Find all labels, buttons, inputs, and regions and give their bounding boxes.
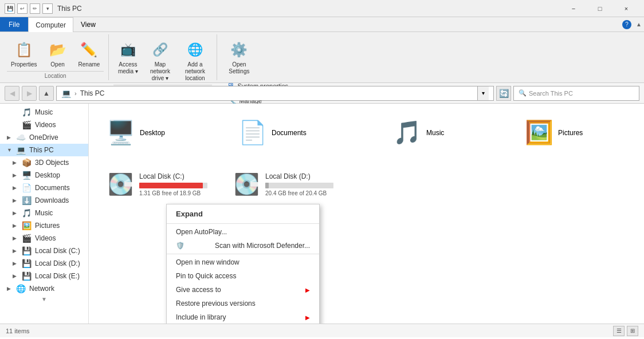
statusbar: 11 items ☰ ⊞	[0, 324, 644, 337]
dropdown-icon[interactable]: ▾	[42, 3, 53, 14]
documents-icon: 📄	[22, 183, 32, 192]
music-icon: 🎵	[22, 108, 32, 117]
ctx-include-library-arrow: ▶	[305, 314, 310, 321]
drive-d-bar-fill	[265, 183, 269, 188]
address-dropdown-button[interactable]: ▾	[477, 86, 489, 100]
ctx-expand[interactable]: Expand	[167, 206, 319, 222]
folder-desktop-label: Desktop	[140, 129, 165, 137]
tab-view[interactable]: View	[73, 17, 103, 31]
sidebar-label-network: Network	[29, 285, 54, 293]
maximize-button[interactable]: □	[587, 0, 613, 17]
drive-d-bar-bg	[265, 183, 333, 188]
ctx-include-library-label: Include in library	[176, 313, 226, 321]
folder-pictures[interactable]: 🖼️ Pictures	[519, 115, 610, 150]
ctx-give-access-arrow: ▶	[305, 287, 310, 293]
folder-music[interactable]: 🎵 Music	[387, 115, 478, 150]
drive-c-info: Local Disk (C:) 1.31 GB free of 18.9 GB	[139, 172, 207, 196]
forward-button[interactable]: ▶	[22, 86, 37, 101]
sidebar-label-this-pc: This PC	[29, 146, 54, 154]
ctx-scan-defender[interactable]: 🛡️ Scan with Microsoft Defender...	[167, 239, 319, 253]
sidebar-scroll-down[interactable]: ▼	[0, 295, 88, 303]
drive-d-info: Local Disk (D:) 20.4 GB free of 20.4 GB	[265, 172, 333, 196]
search-icon: 🔍	[519, 89, 527, 97]
sidebar-label-music2: Music	[35, 209, 53, 217]
arrow-icon: ▶	[13, 210, 18, 216]
grid-view-button[interactable]: ⊞	[627, 326, 638, 336]
folder-desktop[interactable]: 🖥️ Desktop	[100, 115, 192, 150]
sidebar-item-pictures[interactable]: ▶ 🖼️ Pictures	[0, 219, 88, 232]
ctx-expand-label: Expand	[176, 210, 203, 218]
network-group-items: 📺 Accessmedia ▾ 🔗 Map networkdrive ▾ 🌐 A…	[113, 34, 212, 85]
ctx-restore-previous[interactable]: Restore previous versions	[167, 297, 319, 310]
help-button[interactable]: ?	[622, 20, 631, 29]
context-menu: Expand Open AutoPlay... 🛡️ Scan with Mic…	[166, 204, 320, 324]
location-group-label: Location	[7, 71, 104, 80]
rename-icon: ✏️	[78, 40, 99, 60]
folder-documents-icon: 📄	[238, 119, 267, 146]
ctx-open-autoplay[interactable]: Open AutoPlay...	[167, 225, 319, 239]
chevron-right-icon: ▶	[7, 135, 13, 140]
local-e-icon: 💾	[22, 271, 32, 281]
3d-objects-icon: 📦	[22, 158, 32, 167]
open-button[interactable]: 📂 Open	[44, 37, 72, 71]
sidebar-item-downloads[interactable]: ▶ ⬇️ Downloads	[0, 194, 88, 207]
map-network-drive-button[interactable]: 🔗 Map networkdrive ▾	[144, 37, 175, 85]
ctx-give-access[interactable]: Give access to ▶	[167, 283, 319, 297]
sidebar-label-local-d: Local Disk (D:)	[35, 259, 80, 267]
local-d-icon: 💾	[22, 259, 32, 268]
sidebar-item-music2[interactable]: ▶ 🎵 Music	[0, 207, 88, 219]
ctx-include-library[interactable]: Include in library ▶	[167, 310, 319, 324]
drive-c[interactable]: 💽 Local Disk (C:) 1.31 GB free of 18.9 G…	[100, 167, 215, 202]
redo-icon[interactable]: ✏	[30, 3, 40, 14]
sidebar-item-onedrive[interactable]: ▶ ☁️ OneDrive	[0, 131, 88, 144]
downloads-icon: ⬇️	[22, 196, 32, 205]
tab-computer[interactable]: Computer	[28, 17, 73, 32]
folder-documents[interactable]: 📄 Documents	[232, 115, 324, 150]
sidebar-item-local-e[interactable]: ▶ 💾 Local Disk (E:)	[0, 270, 88, 282]
minimize-button[interactable]: −	[560, 0, 587, 17]
rename-button[interactable]: ✏️ Rename	[74, 37, 104, 71]
sidebar-item-network[interactable]: ▶ 🌐 Network	[0, 282, 88, 295]
close-button[interactable]: ×	[613, 0, 639, 17]
back-button[interactable]: ◀	[5, 86, 19, 101]
undo-icon[interactable]: ↩	[17, 3, 28, 14]
refresh-button[interactable]: 🔄	[496, 86, 511, 101]
arrow-icon: ▶	[13, 235, 18, 241]
search-box[interactable]: 🔍 Search This PC	[513, 86, 639, 101]
folders-grid: 🖥️ Desktop 📄 Documents 🎵 Music 🖼️ Pictur…	[100, 115, 633, 150]
ctx-pin-quick-access[interactable]: Pin to Quick access	[167, 269, 319, 283]
save-icon[interactable]: 💾	[5, 3, 15, 14]
sidebar-item-local-c[interactable]: ▶ 💾 Local Disk (C:)	[0, 245, 88, 257]
ribbon-tabs: File Computer View ? ▲	[0, 17, 644, 32]
map-network-icon: 🔗	[150, 40, 170, 60]
add-network-icon: 🌐	[184, 40, 205, 60]
folder-music-icon: 🎵	[393, 119, 422, 146]
path-text: This PC	[80, 89, 475, 97]
ribbon-group-system: ⚙️ OpenSettings 🖥 System properties 🔧 Ma…	[217, 34, 298, 80]
chevron-down-icon: ▼	[7, 147, 13, 153]
ctx-open-new-window[interactable]: Open in new window	[167, 255, 319, 269]
sidebar-item-documents[interactable]: ▶ 📄 Documents	[0, 182, 88, 194]
sidebar-item-local-d[interactable]: ▶ 💾 Local Disk (D:)	[0, 257, 88, 270]
address-box[interactable]: 💻 › This PC ▾	[56, 86, 494, 101]
tab-file[interactable]: File	[0, 17, 28, 31]
sidebar-item-videos[interactable]: 🎬 Videos	[0, 119, 88, 131]
drive-c-bar-bg	[139, 183, 207, 188]
sidebar-item-desktop[interactable]: ▶ 🖥️ Desktop	[0, 169, 88, 182]
drive-d[interactable]: 💽 Local Disk (D:) 20.4 GB free of 20.4 G…	[226, 167, 341, 202]
path-icon: 💻	[61, 89, 71, 98]
status-items-count: 11 items	[6, 328, 30, 334]
folder-music-label: Music	[426, 129, 444, 137]
sidebar-item-music[interactable]: 🎵 Music	[0, 106, 88, 119]
sidebar-item-videos2[interactable]: ▶ 🎬 Videos	[0, 232, 88, 245]
list-view-button[interactable]: ☰	[613, 326, 625, 336]
ribbon-collapse[interactable]: ▲	[636, 17, 644, 31]
add-network-location-button[interactable]: 🌐 Add a networklocation	[178, 37, 212, 85]
sidebar-item-this-pc[interactable]: ▼ 💻 This PC	[0, 144, 88, 156]
properties-button[interactable]: 📋 Properties	[7, 37, 41, 71]
up-button[interactable]: ▲	[39, 86, 54, 101]
open-settings-button[interactable]: ⚙️ OpenSettings	[222, 37, 256, 78]
sidebar-item-3d-objects[interactable]: ▶ 📦 3D Objects	[0, 156, 88, 169]
pictures-icon: 🖼️	[22, 221, 32, 230]
access-media-button[interactable]: 📺 Accessmedia ▾	[113, 37, 142, 78]
